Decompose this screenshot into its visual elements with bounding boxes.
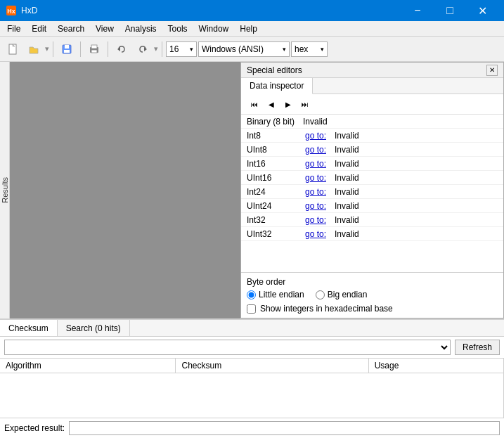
- menu-bar: File Edit Search View Analysis Tools Win…: [0, 21, 504, 37]
- options-section: Byte order Little endian Big endian Show…: [241, 272, 503, 318]
- menu-tools[interactable]: Tools: [162, 21, 193, 36]
- goto-uint16[interactable]: go to:: [297, 173, 329, 183]
- data-label-uint8: UInt8: [241, 145, 297, 155]
- toolbar-sep2: [80, 41, 81, 57]
- expected-result-label: Expected result:: [4, 423, 65, 433]
- data-value-uint8: Invalid: [329, 145, 503, 155]
- toolbar: ▾ ▾ 16 ▾ Windows (ANSI) ▾ hex ▾: [0, 37, 504, 62]
- byte-order-title: Byte order: [247, 277, 498, 287]
- main-area: Results Special editors ✕ Data inspector…: [0, 62, 504, 438]
- menu-view[interactable]: View: [90, 21, 119, 36]
- data-label-int8: Int8: [241, 131, 297, 141]
- mode-combo[interactable]: hex ▾: [291, 41, 328, 57]
- undo-button[interactable]: [112, 39, 131, 59]
- data-value-int24: Invalid: [329, 187, 503, 197]
- menu-search[interactable]: Search: [52, 21, 90, 36]
- window-controls: − □ ✕: [401, 0, 498, 21]
- data-label-uint16: UInt16: [241, 173, 297, 183]
- menu-edit[interactable]: Edit: [26, 21, 52, 36]
- minimize-button[interactable]: −: [401, 0, 434, 21]
- little-endian-option[interactable]: Little endian: [247, 290, 304, 299]
- big-endian-option[interactable]: Big endian: [316, 290, 368, 299]
- table-row: UInt8 go to: Invalid: [241, 143, 503, 157]
- app-icon: Hx: [6, 5, 17, 16]
- goto-int24[interactable]: go to:: [297, 187, 329, 197]
- save-button[interactable]: [57, 39, 77, 59]
- toolbar-sep4: [162, 41, 162, 57]
- hex-checkbox-row: Show integers in hexadecimal base: [247, 304, 498, 314]
- bottom-panel: Checksum Search (0 hits) Refresh Algorit…: [0, 318, 504, 438]
- table-row: Int24 go to: Invalid: [241, 185, 503, 199]
- data-value-uint24: Invalid: [329, 201, 503, 211]
- open-button[interactable]: [24, 39, 44, 59]
- data-value-binary: Invalid: [297, 117, 503, 127]
- table-row: UInt32 go to: Invalid: [241, 227, 503, 241]
- data-label-binary: Binary (8 bit): [241, 117, 297, 127]
- goto-int8[interactable]: go to:: [297, 131, 329, 141]
- data-value-int32: Invalid: [329, 215, 503, 225]
- window-title: HxD: [21, 6, 401, 15]
- little-endian-label: Little endian: [259, 290, 304, 299]
- close-button[interactable]: ✕: [466, 0, 498, 21]
- panel-close-button[interactable]: ✕: [486, 65, 498, 76]
- col-checksum: Checksum: [176, 359, 368, 373]
- big-endian-radio[interactable]: [316, 290, 325, 299]
- col-algorithm: Algorithm: [0, 359, 176, 373]
- print-button[interactable]: [84, 39, 104, 59]
- refresh-button[interactable]: Refresh: [455, 340, 500, 355]
- svg-rect-8: [91, 50, 97, 53]
- maximize-button[interactable]: □: [434, 0, 466, 21]
- menu-help[interactable]: Help: [234, 21, 263, 36]
- title-bar: Hx HxD − □ ✕: [0, 0, 504, 21]
- goto-int32[interactable]: go to:: [297, 215, 329, 225]
- goto-uint32[interactable]: go to:: [297, 229, 329, 239]
- data-label-uint24: UInt24: [241, 201, 297, 211]
- goto-uint24[interactable]: go to:: [297, 201, 329, 211]
- new-button[interactable]: [3, 39, 22, 59]
- goto-uint8[interactable]: go to:: [297, 145, 329, 155]
- svg-rect-5: [64, 50, 70, 53]
- table-row: Int8 go to: Invalid: [241, 129, 503, 143]
- expected-result-input[interactable]: [69, 421, 500, 435]
- tab-checksum[interactable]: Checksum: [0, 320, 58, 336]
- checksum-toolbar: Refresh: [0, 337, 504, 359]
- panel-title: Special editors: [247, 65, 486, 75]
- hex-checkbox-label: Show integers in hexadecimal base: [260, 304, 393, 314]
- encoding-combo[interactable]: Windows (ANSI) ▾: [198, 41, 290, 57]
- goto-int16[interactable]: go to:: [297, 159, 329, 169]
- big-endian-label: Big endian: [328, 290, 368, 299]
- little-endian-radio[interactable]: [247, 290, 256, 299]
- table-row: Int32 go to: Invalid: [241, 213, 503, 227]
- data-value-uint32: Invalid: [329, 229, 503, 239]
- table-row: UInt24 go to: Invalid: [241, 199, 503, 213]
- data-value-int8: Invalid: [329, 131, 503, 141]
- menu-file[interactable]: File: [1, 21, 26, 36]
- menu-analysis[interactable]: Analysis: [119, 21, 162, 36]
- data-label-uint32: UInt32: [241, 229, 297, 239]
- columns-combo[interactable]: 16 ▾: [166, 41, 197, 57]
- table-row: Int16 go to: Invalid: [241, 157, 503, 171]
- nav-last-button[interactable]: ⏭: [297, 97, 313, 111]
- table-row: UInt16 go to: Invalid: [241, 171, 503, 185]
- tab-search-hits[interactable]: Search (0 hits): [58, 320, 130, 336]
- menu-window[interactable]: Window: [193, 21, 235, 36]
- nav-next-button[interactable]: ▶: [280, 97, 296, 111]
- results-sidebar: Results: [0, 62, 10, 318]
- panel-title-bar: Special editors ✕: [241, 63, 503, 78]
- data-inspector-tabs: Data inspector: [241, 78, 503, 94]
- checksum-table: Algorithm Checksum Usage: [0, 359, 504, 418]
- data-label-int16: Int16: [241, 159, 297, 169]
- checksum-algorithm-select[interactable]: [4, 340, 451, 355]
- data-value-int16: Invalid: [329, 159, 503, 169]
- nav-prev-button[interactable]: ◀: [264, 97, 279, 111]
- toolbar-sep1: [53, 41, 53, 57]
- hex-checkbox[interactable]: [247, 304, 256, 314]
- svg-rect-7: [91, 45, 97, 49]
- svg-rect-4: [65, 45, 69, 49]
- redo-button[interactable]: [133, 39, 153, 59]
- toolbar-sep3: [108, 41, 108, 57]
- expected-result-row: Expected result:: [0, 418, 504, 438]
- tab-data-inspector[interactable]: Data inspector: [241, 78, 313, 94]
- table-row: Binary (8 bit) Invalid: [241, 115, 503, 129]
- nav-first-button[interactable]: ⏮: [247, 97, 262, 111]
